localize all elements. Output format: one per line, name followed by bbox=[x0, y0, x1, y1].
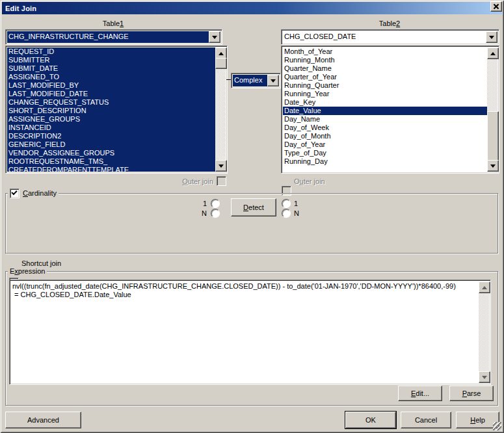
table1-list-item[interactable]: REQUEST_ID bbox=[7, 47, 215, 56]
cardinality-right-n-label: N bbox=[294, 209, 299, 218]
table2-list-item[interactable]: Date_Value bbox=[283, 107, 487, 115]
scrollbar-thumb[interactable] bbox=[487, 111, 499, 163]
table1-list-item[interactable]: INSTANCEID bbox=[7, 124, 215, 132]
table2-list-item[interactable]: Running_Month bbox=[283, 56, 487, 64]
table1-column-list[interactable]: REQUEST_IDSUBMITTERSUBMIT_DATEASSIGNED_T… bbox=[5, 46, 228, 174]
table2-label: Table2 bbox=[281, 19, 498, 28]
table1-list-item[interactable]: LAST_MODIFIED_BY bbox=[7, 81, 215, 90]
table2-list-item[interactable]: Running_Day bbox=[283, 157, 487, 166]
advanced-button[interactable]: Advanced bbox=[5, 412, 81, 428]
table1-list-item[interactable]: VENDOR_ASSIGNEE_GROUPS bbox=[7, 149, 215, 157]
expression-scrollbar[interactable] bbox=[479, 282, 489, 383]
table2-list-item[interactable]: Running_Quarter bbox=[283, 81, 487, 90]
cardinality-left-one-label: 1 bbox=[199, 199, 207, 208]
cardinality-label: Cardinality bbox=[23, 189, 57, 198]
cardinality-right-n-radio[interactable] bbox=[282, 209, 291, 218]
resize-grip-icon[interactable] bbox=[493, 422, 501, 430]
table2-list-item[interactable]: Quarter_Name bbox=[283, 64, 487, 73]
join-operator-dropdown-button[interactable] bbox=[267, 75, 279, 86]
arrow-down-icon bbox=[490, 164, 496, 168]
table2-column-list[interactable]: Month_of_YearRunning_MonthQuarter_NameQu… bbox=[281, 46, 499, 174]
scroll-down-button[interactable] bbox=[215, 160, 227, 172]
table1-list-item[interactable]: GENERIC_FIELD bbox=[7, 140, 215, 149]
table2-combo-dropdown-button[interactable] bbox=[486, 31, 497, 43]
expression-label: Expression bbox=[10, 267, 45, 276]
table1-list-item[interactable]: DESCRIPTION2 bbox=[7, 132, 215, 140]
chevron-down-icon bbox=[212, 36, 217, 39]
table2-combo-value[interactable]: CHG_CLOSED_DATE bbox=[283, 31, 487, 43]
cardinality-header: Cardinality bbox=[8, 189, 59, 198]
close-icon bbox=[494, 4, 499, 9]
ok-button[interactable]: OK bbox=[345, 412, 396, 428]
expression-header: Expression bbox=[8, 267, 47, 276]
table1-list-item[interactable]: SHORT_DESCRIPTION bbox=[7, 107, 215, 115]
table2-scrollbar[interactable] bbox=[487, 47, 497, 172]
expression-textarea[interactable]: nvl((trunc(fn_adjusted_date(CHG_INFRASTR… bbox=[9, 280, 491, 385]
parse-button[interactable]: Parse bbox=[449, 386, 494, 401]
table1-list-item[interactable]: SUBMIT_DATE bbox=[7, 64, 215, 73]
table2-list-item[interactable]: Quarter_of_Year bbox=[283, 73, 487, 81]
scroll-up-button[interactable] bbox=[487, 47, 499, 59]
detect-button[interactable]: Detect bbox=[231, 198, 276, 216]
table2-list-item[interactable]: Month_of_Year bbox=[283, 47, 487, 56]
scrollbar-thumb[interactable] bbox=[215, 58, 227, 69]
outer-join-left-checkbox bbox=[217, 176, 226, 186]
edit-join-dialog: Edit Join Table1 Table2 CHG_INFRASTRUCTU… bbox=[0, 0, 504, 433]
table1-list-item[interactable]: ASSIGNEE_GROUPS bbox=[7, 115, 215, 124]
table1-list-item[interactable]: SUBMITTER bbox=[7, 56, 215, 64]
table1-list-item[interactable]: ROOTREQUESTNAME_TMS_ bbox=[7, 157, 215, 166]
join-operator-combo[interactable]: Complex bbox=[231, 73, 281, 88]
cardinality-right-one-radio[interactable] bbox=[282, 199, 291, 208]
cardinality-checkbox[interactable] bbox=[10, 189, 20, 198]
scroll-down-button[interactable] bbox=[479, 371, 490, 383]
table2-list-item[interactable]: Day_of_Year bbox=[283, 140, 487, 149]
outer-join-left-label: Outer join bbox=[156, 177, 213, 186]
cardinality-left-n-radio[interactable] bbox=[211, 209, 220, 218]
scroll-up-button[interactable] bbox=[479, 282, 490, 293]
table1-label: Table1 bbox=[5, 19, 221, 28]
close-button[interactable] bbox=[490, 1, 502, 12]
expression-text[interactable]: nvl((trunc(fn_adjusted_date(CHG_INFRASTR… bbox=[11, 282, 479, 383]
window-title: Edit Join bbox=[2, 5, 36, 12]
table2-combo[interactable]: CHG_CLOSED_DATE bbox=[281, 29, 499, 45]
table1-scrollbar[interactable] bbox=[215, 47, 226, 172]
cardinality-left-n-label: N bbox=[198, 209, 207, 218]
cardinality-left-one-radio[interactable] bbox=[211, 199, 220, 208]
table2-list-item[interactable]: Date_Key bbox=[283, 98, 487, 107]
table2-list-item[interactable]: Day_Name bbox=[283, 115, 487, 124]
arrow-up-icon bbox=[482, 286, 487, 289]
title-bar[interactable]: Edit Join bbox=[2, 2, 502, 14]
outer-join-right-label: Outer join bbox=[294, 177, 325, 186]
table1-list-item[interactable]: CREATEDFROMPARENTTEMPLATE bbox=[7, 166, 215, 172]
table2-list-item[interactable]: Type_of_Day bbox=[283, 149, 487, 157]
join-operator-value[interactable]: Complex bbox=[233, 75, 269, 86]
arrow-down-icon bbox=[219, 164, 224, 168]
table1-combo-dropdown-button[interactable] bbox=[209, 31, 220, 43]
table1-list-item[interactable]: LAST_MODIFIED_DATE bbox=[7, 90, 215, 98]
table1-combo-value[interactable]: CHG_INFRASTRUCTURE_CHANGE bbox=[7, 31, 210, 43]
table2-list-item[interactable]: Running_Year bbox=[283, 90, 487, 98]
table1-list-item[interactable]: CHANGE_REQUEST_STATUS bbox=[7, 98, 215, 107]
arrow-down-icon bbox=[482, 376, 487, 379]
table2-list-item[interactable]: Day_of_Month bbox=[283, 132, 487, 140]
cardinality-right-one-label: 1 bbox=[294, 199, 298, 208]
join-connector-left bbox=[226, 79, 231, 80]
table1-list-item[interactable]: ASSIGNED_TO bbox=[7, 73, 215, 81]
chevron-down-icon bbox=[271, 79, 276, 83]
chevron-down-icon bbox=[489, 36, 494, 39]
table1-combo[interactable]: CHG_INFRASTRUCTURE_CHANGE bbox=[5, 29, 222, 45]
edit-button[interactable]: Edit... bbox=[398, 386, 442, 401]
cancel-button[interactable]: Cancel bbox=[401, 412, 451, 428]
arrow-up-icon bbox=[490, 52, 496, 55]
arrow-up-icon bbox=[219, 52, 224, 55]
scroll-down-button[interactable] bbox=[487, 160, 499, 172]
table2-list-item[interactable]: Day_of_Week bbox=[283, 124, 487, 132]
